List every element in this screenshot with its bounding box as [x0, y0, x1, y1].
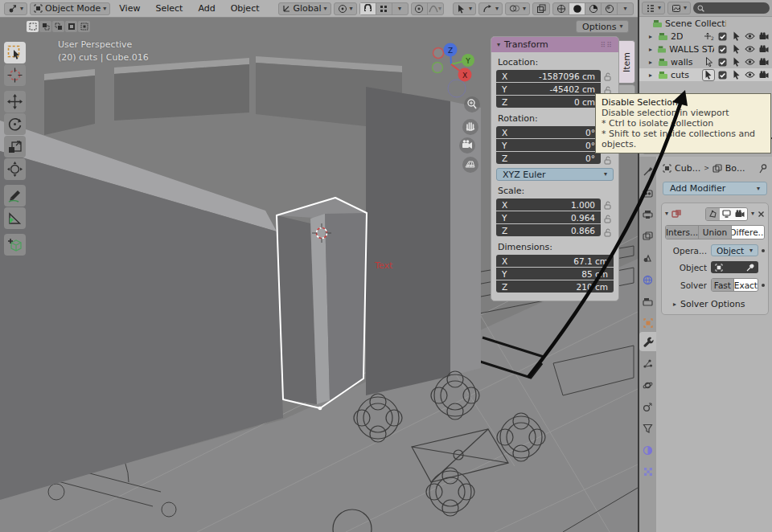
tab-physics-properties[interactable] — [639, 375, 656, 395]
tool-rotate[interactable] — [4, 113, 26, 135]
object-picker-field[interactable] — [711, 261, 758, 273]
scale-y-field[interactable]: Y0.964 — [496, 211, 601, 223]
drag-grip-icon[interactable]: ⠿⠿ — [601, 41, 613, 49]
overlays-dropdown[interactable]: ▾ — [505, 2, 530, 15]
solver-options-row[interactable]: ▸ Solver Options — [673, 299, 765, 309]
3d-viewport[interactable]: Text Z Y X — [0, 18, 638, 532]
rotation-y-field[interactable]: Y0° — [496, 139, 601, 151]
select-mode-intersect[interactable] — [78, 21, 90, 32]
gizmos-dropdown[interactable]: ▾ — [478, 2, 503, 15]
expand-icon[interactable]: ▸ — [649, 33, 655, 40]
tab-collection-properties[interactable] — [639, 292, 656, 311]
tab-material-properties[interactable] — [639, 440, 656, 460]
tool-scale[interactable] — [4, 136, 26, 158]
animate-dot[interactable] — [762, 284, 765, 287]
extras-chevron-icon[interactable]: ▾ — [751, 211, 754, 217]
selected-object[interactable] — [277, 198, 367, 410]
exclude-checkbox[interactable] — [717, 45, 729, 54]
axis-neg-x-ball[interactable] — [433, 48, 444, 59]
dimensions-z-field[interactable]: Z210 cm — [496, 280, 614, 293]
orientation-dropdown[interactable]: Global ▾ — [278, 2, 331, 15]
snap-elements-button[interactable] — [376, 3, 392, 14]
shading-material-button[interactable] — [585, 3, 602, 14]
lock-open-icon[interactable] — [604, 201, 611, 210]
dimensions-x-field[interactable]: X67.1 cm — [496, 255, 614, 267]
realtime-display-toggle[interactable] — [720, 208, 733, 220]
tab-tool-properties[interactable] — [639, 162, 656, 181]
outliner-row-2d[interactable]: ▸ 2D 2 — [639, 30, 772, 43]
scale-x-field[interactable]: X1.000 — [496, 198, 601, 211]
select-mode-invert[interactable] — [65, 21, 77, 32]
disable-render-camera-icon[interactable] — [758, 71, 770, 79]
selectable-icon[interactable] — [730, 44, 742, 54]
selectable-icon[interactable] — [730, 70, 742, 80]
shading-wireframe-button[interactable] — [553, 3, 569, 14]
outliner-row-walls-sta[interactable]: ▸ WALLS STA — [639, 43, 772, 55]
expand-icon[interactable]: ▸ — [649, 46, 655, 53]
add-modifier-button[interactable]: Add Modifier ▾ — [663, 182, 767, 195]
axis-neg-y-ball[interactable] — [433, 63, 443, 73]
lock-open-icon[interactable] — [604, 156, 611, 165]
pivot-point-dropdown[interactable]: ▾ — [334, 2, 357, 15]
tool-transform[interactable] — [4, 158, 26, 180]
shading-rendered-button[interactable] — [602, 3, 618, 14]
hide-viewport-eye-icon[interactable] — [744, 58, 756, 66]
expand-icon[interactable]: ▸ — [649, 72, 655, 79]
tab-render-properties[interactable] — [639, 183, 656, 203]
edit-mode-display-toggle[interactable] — [706, 208, 720, 220]
outliner-display-mode-button[interactable]: ▾ — [642, 2, 665, 14]
location-x-field[interactable]: X-1587096 cm — [496, 70, 601, 82]
operand-type-dropdown[interactable]: Object ▾ — [711, 244, 758, 256]
select-mode-subtract[interactable] — [52, 21, 64, 32]
outliner-search-input[interactable] — [693, 2, 770, 14]
exclude-checkbox[interactable] — [717, 71, 729, 80]
disable-render-camera-icon[interactable] — [758, 45, 770, 53]
tab-object-properties[interactable] — [639, 313, 656, 333]
rotation-mode-dropdown[interactable]: XYZ Euler ▾ — [496, 168, 614, 181]
rotation-x-field[interactable]: X0° — [496, 126, 601, 138]
operation-difference-button[interactable]: Differe... — [732, 226, 764, 239]
breadcrumb-modifier[interactable]: Bo... — [725, 163, 745, 174]
tab-particle-properties[interactable] — [639, 354, 656, 373]
editor-type-button[interactable]: ▾ — [4, 2, 27, 15]
menu-view[interactable]: View — [113, 3, 146, 14]
location-y-field[interactable]: Y-45402 cm — [496, 83, 601, 95]
tab-object-data-properties[interactable] — [639, 419, 656, 438]
menu-add[interactable]: Add — [191, 3, 221, 14]
operation-union-button[interactable]: Union — [699, 226, 732, 239]
xray-toggle[interactable] — [532, 2, 550, 15]
tab-modifier-properties-active[interactable] — [639, 332, 656, 351]
solver-fast-button[interactable]: Fast — [712, 279, 734, 291]
object-visibility-dropdown[interactable]: ▾ — [453, 2, 476, 15]
mode-dropdown[interactable]: Object Mode ▾ — [30, 2, 110, 15]
lock-open-icon[interactable] — [604, 72, 611, 81]
disable-render-camera-icon[interactable] — [758, 58, 770, 66]
disable-render-camera-icon[interactable] — [758, 32, 770, 40]
outliner-row-cuts[interactable]: ▸ cuts — [639, 68, 772, 81]
outliner-row-scene-collection[interactable]: Scene Collection — [639, 17, 772, 30]
exclude-checkbox[interactable] — [717, 32, 729, 41]
animate-dot[interactable] — [762, 249, 765, 252]
tab-constraint-properties[interactable] — [639, 397, 656, 416]
outliner-row-walls[interactable]: ▸ walls — [639, 55, 772, 68]
breadcrumb-object[interactable]: Cub... — [675, 163, 700, 174]
options-button[interactable]: Options ▾ — [576, 20, 629, 33]
tool-annotate[interactable] — [4, 185, 26, 207]
scale-z-field[interactable]: Z0.866 — [496, 224, 601, 236]
snap-toggle[interactable] — [360, 3, 376, 14]
proportional-edit-toggle[interactable] — [412, 3, 428, 14]
hide-viewport-eye-icon[interactable] — [744, 71, 756, 79]
camera-view-button[interactable] — [459, 137, 475, 153]
tab-world-properties[interactable] — [639, 270, 656, 289]
tool-measure[interactable] — [4, 207, 26, 229]
tab-scene-properties[interactable] — [639, 248, 656, 268]
operation-intersect-button[interactable]: Inters... — [666, 226, 699, 239]
disable-selection-icon[interactable] — [703, 57, 715, 67]
snap-dropdown[interactable]: ▾ — [392, 3, 408, 14]
sidebar-tab-item[interactable]: Item — [619, 40, 635, 84]
tab-texture-properties[interactable] — [639, 462, 656, 481]
tool-move[interactable] — [4, 91, 26, 113]
hide-viewport-eye-icon[interactable] — [744, 45, 756, 53]
pan-hand-button[interactable] — [462, 119, 478, 135]
selectable-icon[interactable] — [730, 57, 742, 67]
